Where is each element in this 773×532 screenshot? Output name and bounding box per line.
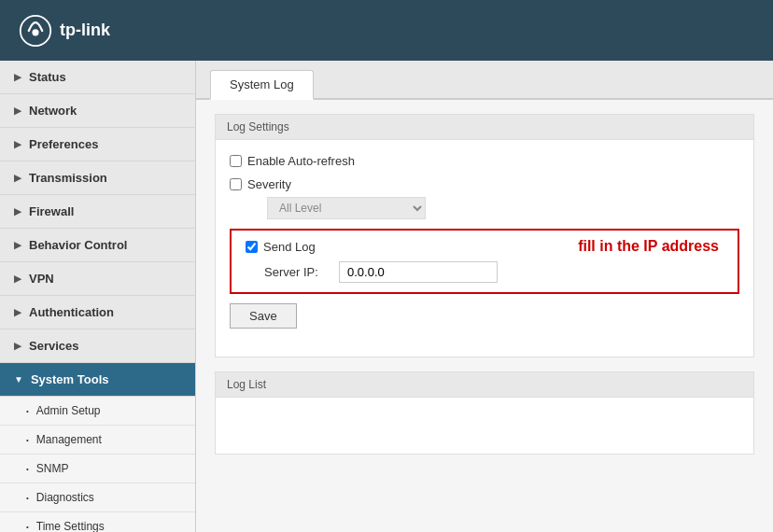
log-list-body (216, 398, 753, 454)
content-area: System Log Log Settings Enable Auto-refr… (196, 61, 773, 532)
arrow-icon: ▶ (14, 206, 21, 217)
sidebar-item-authentication[interactable]: ▶ Authentication (0, 296, 195, 329)
sidebar-label-transmission: Transmission (29, 171, 107, 185)
svg-point-1 (32, 29, 38, 35)
log-list-header: Log List (216, 372, 753, 398)
sidebar-item-system-tools[interactable]: ▼ System Tools (0, 363, 195, 397)
tab-system-log[interactable]: System Log (210, 70, 314, 100)
server-ip-input[interactable] (339, 261, 498, 283)
send-log-row: Send Log fill in the IP address (246, 240, 724, 254)
sidebar-item-preferences[interactable]: ▶ Preferences (0, 128, 195, 161)
sidebar-label-services: Services (29, 339, 79, 353)
send-log-section: Send Log fill in the IP address Server I… (230, 229, 739, 294)
sidebar-label-firewall: Firewall (29, 204, 74, 218)
arrow-icon: ▶ (14, 240, 21, 250)
main-layout: ▶ Status ▶ Network ▶ Preferences ▶ Trans… (0, 61, 773, 532)
bullet-icon: • (26, 465, 29, 473)
sidebar-sub-management[interactable]: • Management (0, 426, 195, 455)
sidebar-item-firewall[interactable]: ▶ Firewall (0, 195, 195, 229)
arrow-icon: ▶ (14, 341, 21, 351)
tplink-logo-icon (19, 14, 52, 48)
log-list-title: Log List (227, 378, 266, 391)
log-settings-title: Log Settings (227, 120, 289, 133)
log-settings-body: Enable Auto-refresh Severity All Level (216, 140, 753, 357)
sidebar-sub-menu: • Admin Setup • Management • SNMP • Diag… (0, 397, 195, 532)
arrow-icon: ▶ (14, 273, 21, 284)
log-settings-header: Log Settings (216, 115, 753, 140)
arrow-icon: ▶ (14, 72, 21, 82)
sidebar-sub-time-settings[interactable]: • Time Settings (0, 512, 195, 532)
brand-name: tp-link (60, 21, 110, 40)
server-ip-label: Server IP: (264, 265, 330, 279)
save-button[interactable]: Save (230, 303, 297, 329)
severity-row: Severity All Level (230, 177, 739, 219)
send-log-checkbox[interactable] (246, 241, 258, 253)
enable-autorefresh-label[interactable]: Enable Auto-refresh (230, 154, 355, 168)
sidebar-item-services[interactable]: ▶ Services (0, 329, 195, 363)
sidebar-item-transmission[interactable]: ▶ Transmission (0, 161, 195, 195)
bullet-icon: • (26, 407, 29, 415)
logo-container: tp-link (19, 14, 110, 48)
sidebar-item-status[interactable]: ▶ Status (0, 61, 195, 94)
sub-label-management: Management (36, 433, 102, 446)
severity-label-container[interactable]: Severity (230, 177, 291, 191)
arrow-down-icon: ▼ (14, 374, 23, 385)
sidebar-label-network: Network (29, 104, 77, 118)
sidebar-label-authentication: Authentication (29, 305, 114, 319)
severity-label-text: Severity (247, 177, 291, 191)
sub-label-admin-setup: Admin Setup (36, 404, 101, 417)
severity-checkbox[interactable] (230, 178, 242, 190)
arrow-icon: ▶ (14, 139, 21, 149)
sidebar-label-vpn: VPN (29, 272, 54, 286)
sub-label-snmp: SNMP (36, 462, 69, 475)
sub-label-time-settings: Time Settings (36, 520, 105, 532)
sub-label-diagnostics: Diagnostics (36, 491, 94, 504)
tab-system-log-label: System Log (230, 77, 294, 91)
sidebar-label-preferences: Preferences (29, 137, 98, 151)
log-list-section: Log List (215, 371, 754, 455)
content-body: Log Settings Enable Auto-refresh (196, 100, 773, 469)
log-settings-section: Log Settings Enable Auto-refresh (215, 114, 754, 357)
fill-hint-text: fill in the IP address (578, 238, 719, 255)
bullet-icon: • (26, 523, 29, 531)
sidebar-sub-snmp[interactable]: • SNMP (0, 455, 195, 483)
sidebar-sub-admin-setup[interactable]: • Admin Setup (0, 397, 195, 426)
sidebar-label-behavior-control: Behavior Control (29, 238, 127, 252)
sidebar-item-vpn[interactable]: ▶ VPN (0, 262, 195, 296)
arrow-icon: ▶ (14, 173, 21, 183)
send-log-text: Send Log (263, 240, 316, 254)
sidebar-label-status: Status (29, 70, 66, 84)
sidebar-sub-diagnostics[interactable]: • Diagnostics (0, 483, 195, 512)
tab-bar: System Log (196, 61, 773, 100)
header: tp-link (0, 0, 773, 61)
sidebar-item-behavior-control[interactable]: ▶ Behavior Control (0, 229, 195, 262)
bullet-icon: • (26, 494, 29, 502)
server-ip-row: Server IP: (264, 261, 724, 283)
arrow-icon: ▶ (14, 105, 21, 116)
enable-autorefresh-row: Enable Auto-refresh (230, 154, 739, 168)
severity-select[interactable]: All Level (267, 197, 426, 219)
sidebar: ▶ Status ▶ Network ▶ Preferences ▶ Trans… (0, 61, 196, 532)
sidebar-item-network[interactable]: ▶ Network (0, 94, 195, 128)
save-button-label: Save (249, 309, 277, 323)
enable-autorefresh-checkbox[interactable] (230, 155, 242, 167)
send-log-label-container[interactable]: Send Log (246, 240, 316, 254)
sidebar-label-system-tools: System Tools (31, 372, 109, 386)
arrow-icon: ▶ (14, 307, 21, 317)
enable-autorefresh-text: Enable Auto-refresh (247, 154, 355, 168)
bullet-icon: • (26, 436, 29, 444)
